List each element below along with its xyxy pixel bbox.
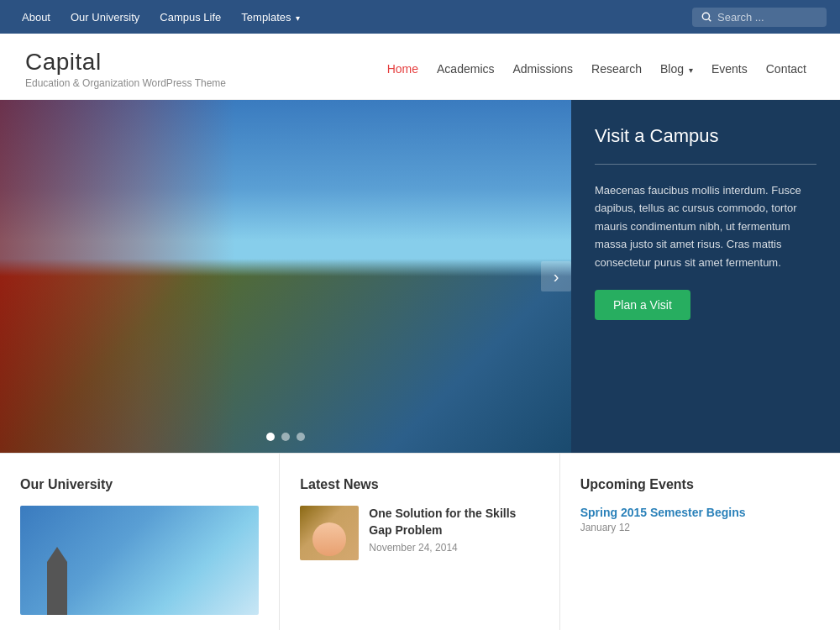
- hero-image: [0, 100, 571, 453]
- university-image: [20, 506, 259, 615]
- news-thumbnail: [300, 506, 359, 560]
- svg-point-0: [702, 13, 709, 19]
- plan-visit-button[interactable]: Plan a Visit: [595, 290, 690, 320]
- events-section: Upcoming Events Spring 2015 Semester Beg…: [560, 454, 840, 630]
- university-building-shape: [37, 539, 138, 615]
- nav-contact[interactable]: Contact: [758, 57, 815, 81]
- event-title[interactable]: Spring 2015 Semester Begins: [580, 506, 820, 519]
- templates-dropdown-arrow: ▾: [296, 13, 300, 23]
- university-section: Our University: [0, 454, 280, 630]
- hero-slider: › Visit a Campus Maecenas faucibus molli…: [0, 100, 840, 453]
- nav-admissions[interactable]: Admissions: [505, 57, 582, 81]
- hero-sidebar-title: Visit a Campus: [595, 125, 816, 147]
- nav-research[interactable]: Research: [583, 57, 650, 81]
- topbar-templates[interactable]: Templates ▾: [233, 8, 308, 27]
- news-content: One Solution for the Skills Gap Problem …: [369, 506, 538, 554]
- site-branding: Capital Education & Organization WordPre…: [25, 49, 226, 89]
- site-tagline: Education & Organization WordPress Theme: [25, 77, 226, 89]
- site-title: Capital: [25, 49, 226, 76]
- search-icon: [701, 11, 712, 23]
- search-input[interactable]: [717, 11, 818, 24]
- hero-sidebar-body: Maecenas faucibus mollis interdum. Fusce…: [595, 181, 816, 271]
- site-header: Capital Education & Organization WordPre…: [0, 34, 840, 100]
- news-title[interactable]: One Solution for the Skills Gap Problem: [369, 506, 538, 538]
- slider-next-button[interactable]: ›: [541, 261, 571, 291]
- hero-sidebar: Visit a Campus Maecenas faucibus mollis …: [571, 100, 840, 453]
- ivy-overlay: [0, 100, 235, 453]
- topbar-about[interactable]: About: [13, 8, 59, 27]
- university-heading: Our University: [20, 477, 259, 492]
- news-section: Latest News One Solution for the Skills …: [280, 454, 559, 630]
- search-bar: [692, 8, 827, 27]
- three-col-section: Our University Latest News One Solution …: [0, 453, 840, 630]
- main-nav: Home Academics Admissions Research Blog …: [379, 57, 815, 81]
- news-date: November 24, 2014: [369, 542, 538, 554]
- slider-dot-1[interactable]: [266, 433, 275, 441]
- nav-events[interactable]: Events: [703, 57, 756, 81]
- svg-line-1: [709, 19, 711, 22]
- news-item: One Solution for the Skills Gap Problem …: [300, 506, 538, 560]
- news-thumb-face: [312, 522, 346, 556]
- hero-sidebar-divider: [595, 164, 816, 165]
- blog-dropdown-arrow: ▾: [689, 66, 693, 75]
- topbar-campus-life[interactable]: Campus Life: [151, 8, 229, 27]
- topbar-our-university[interactable]: Our University: [62, 8, 148, 27]
- slider-dots: [266, 433, 305, 441]
- slider-dot-3[interactable]: [297, 433, 305, 441]
- news-heading: Latest News: [300, 477, 538, 492]
- event-date: January 12: [580, 522, 820, 533]
- top-bar: About Our University Campus Life Templat…: [0, 0, 840, 34]
- top-bar-nav: About Our University Campus Life Templat…: [13, 8, 308, 27]
- nav-home[interactable]: Home: [379, 57, 427, 81]
- slider-dot-2[interactable]: [281, 433, 290, 441]
- nav-academics[interactable]: Academics: [428, 57, 502, 81]
- events-heading: Upcoming Events: [580, 477, 820, 492]
- nav-blog[interactable]: Blog ▾: [652, 57, 701, 81]
